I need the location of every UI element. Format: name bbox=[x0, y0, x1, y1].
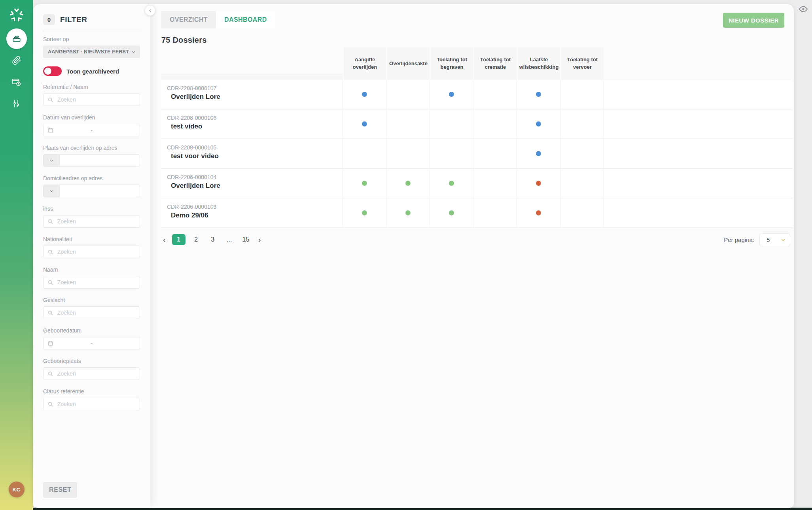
new-dossier-button[interactable]: NIEUW DOSSIER bbox=[723, 13, 784, 28]
filter-field-label: Naam bbox=[43, 266, 140, 273]
user-avatar[interactable]: KC bbox=[9, 482, 25, 497]
status-dot-green bbox=[405, 210, 411, 215]
dossier-reference: CDR-2208-0000107 bbox=[167, 85, 343, 91]
filter-field-label: Plaats van overlijden op adres bbox=[43, 145, 140, 151]
search-input[interactable] bbox=[43, 93, 140, 106]
filter-field-label: Geboortedatum bbox=[43, 327, 140, 334]
sort-select[interactable]: AANGEPAST - NIEUWSTE EERST bbox=[43, 45, 140, 58]
filter-field-nationaliteit: Nationaliteit bbox=[43, 236, 140, 258]
header-filler bbox=[604, 47, 793, 80]
filter-count-badge: 0 bbox=[43, 14, 55, 25]
date-range-separator: - bbox=[53, 340, 130, 346]
status-cell-toelating-tot-vervoer bbox=[560, 169, 604, 198]
search-input[interactable] bbox=[43, 367, 140, 380]
table-row[interactable]: CDR-2206-0000104Overlijden Lore bbox=[161, 169, 793, 198]
status-cell-toelating-tot-vervoer bbox=[560, 198, 604, 227]
dossier-name: Overlijden Lore bbox=[171, 93, 343, 101]
filter-header: 0 FILTER bbox=[43, 13, 140, 25]
dossier-name-cell[interactable]: CDR-2206-0000104Overlijden Lore bbox=[161, 169, 343, 198]
search-icon bbox=[47, 310, 53, 316]
combo-dropdown-button[interactable] bbox=[44, 155, 60, 166]
sidebar-item-settings[interactable] bbox=[7, 95, 26, 114]
archive-toggle[interactable] bbox=[43, 66, 62, 76]
per-page-control: Per pagina: 5 bbox=[724, 233, 790, 246]
dossier-reference: CDR-2208-0000106 bbox=[167, 115, 343, 121]
reset-button[interactable]: RESET bbox=[43, 482, 77, 498]
filter-field-inss: inss bbox=[43, 206, 140, 228]
pagination-next[interactable]: › bbox=[257, 234, 263, 245]
pagination-page-1[interactable]: 1 bbox=[172, 234, 185, 245]
archive-drawer-icon bbox=[11, 33, 22, 45]
sidebar-item-billing[interactable] bbox=[7, 73, 26, 92]
filter-field-label: Clarus referentie bbox=[43, 388, 140, 395]
status-dot-green bbox=[449, 210, 454, 215]
filter-field-geboorteplaats: Geboorteplaats bbox=[43, 358, 140, 380]
table-row[interactable]: CDR-2208-0000106test video bbox=[161, 110, 793, 139]
status-dot-green bbox=[362, 210, 367, 215]
search-input-field[interactable] bbox=[57, 400, 136, 408]
filter-field-label: Domicilieadres op adres bbox=[43, 175, 140, 181]
status-dot-green bbox=[362, 181, 367, 186]
search-input-field[interactable] bbox=[57, 279, 136, 286]
per-page-select[interactable]: 5 bbox=[759, 233, 790, 246]
pagination-page-2[interactable]: 2 bbox=[190, 234, 202, 245]
row-filler bbox=[604, 80, 793, 109]
filter-field-label: Datum van overlijden bbox=[43, 114, 140, 121]
dossier-reference: CDR-2206-0000104 bbox=[167, 174, 343, 180]
address-combo-input[interactable] bbox=[43, 185, 140, 197]
filter-field-geboortedatum: Geboortedatum- bbox=[43, 327, 140, 349]
collapse-filter-button[interactable] bbox=[145, 5, 155, 16]
search-input[interactable] bbox=[43, 246, 140, 258]
date-range-input[interactable]: - bbox=[43, 337, 140, 349]
sidebar-item-dossiers[interactable] bbox=[6, 28, 27, 49]
pagination-page-15[interactable]: 15 bbox=[240, 234, 252, 245]
search-input[interactable] bbox=[43, 215, 140, 228]
search-input-field[interactable] bbox=[57, 370, 136, 377]
combo-dropdown-button[interactable] bbox=[44, 185, 60, 197]
status-cell-overlijdensakte bbox=[386, 139, 430, 168]
filter-field-label: Referentie / Naam bbox=[43, 84, 140, 90]
eye-icon[interactable] bbox=[798, 4, 808, 14]
pagination-prev[interactable]: ‹ bbox=[161, 234, 167, 245]
table-row[interactable]: CDR-2206-0000103Demo 29/06 bbox=[161, 198, 793, 228]
search-input[interactable] bbox=[43, 276, 140, 289]
search-input-field[interactable] bbox=[57, 96, 136, 103]
search-input[interactable] bbox=[43, 306, 140, 319]
calendar-icon bbox=[47, 127, 53, 133]
status-cell-toelating-tot-begraven bbox=[430, 110, 473, 138]
sidebar-item-attachments[interactable] bbox=[7, 52, 26, 71]
status-cell-aangifte-overlijden bbox=[343, 110, 386, 138]
paperclip-icon bbox=[12, 56, 21, 67]
dossier-name-cell[interactable]: CDR-2206-0000103Demo 29/06 bbox=[161, 198, 343, 227]
column-header-overlijdensakte: Overlijdensakte bbox=[386, 47, 430, 80]
search-input[interactable] bbox=[43, 398, 140, 410]
address-combo-input[interactable] bbox=[43, 154, 140, 167]
status-cell-laatste-wilsbeschikking bbox=[517, 110, 560, 138]
dossier-table: Aangifte overlijdenOverlijdensakteToelat… bbox=[161, 47, 793, 228]
status-dot-blue bbox=[536, 151, 541, 156]
date-range-input[interactable]: - bbox=[43, 124, 140, 136]
table-row[interactable]: CDR-2208-0000107Overlijden Lore bbox=[161, 80, 793, 110]
dossier-name-cell[interactable]: CDR-2208-0000105test voor video bbox=[161, 139, 343, 168]
chevron-down-icon bbox=[49, 158, 54, 163]
dossier-name-cell[interactable]: CDR-2208-0000106test video bbox=[161, 110, 343, 138]
search-input-field[interactable] bbox=[57, 248, 136, 255]
search-icon bbox=[47, 249, 53, 255]
table-row[interactable]: CDR-2208-0000105test voor video bbox=[161, 139, 793, 169]
status-cell-laatste-wilsbeschikking bbox=[517, 80, 560, 109]
search-input-field[interactable] bbox=[57, 309, 136, 316]
divider bbox=[43, 31, 140, 31]
dossier-name-cell[interactable]: CDR-2208-0000107Overlijden Lore bbox=[161, 80, 343, 109]
status-cell-aangifte-overlijden bbox=[343, 139, 386, 168]
tab-overzicht[interactable]: OVERZICHT bbox=[161, 11, 216, 28]
pagination-page-3[interactable]: 3 bbox=[207, 234, 219, 245]
search-input-field[interactable] bbox=[57, 218, 136, 225]
per-page-value: 5 bbox=[767, 236, 780, 243]
tab-dashboard[interactable]: DASHBOARD bbox=[216, 11, 275, 28]
filter-field-referentie-naam: Referentie / Naam bbox=[43, 84, 140, 106]
per-page-label: Per pagina: bbox=[724, 236, 754, 243]
status-cell-aangifte-overlijden bbox=[343, 198, 386, 227]
filter-field-label: Geboorteplaats bbox=[43, 358, 140, 364]
status-dot-red bbox=[536, 210, 541, 215]
app-logo-icon[interactable] bbox=[9, 7, 25, 23]
